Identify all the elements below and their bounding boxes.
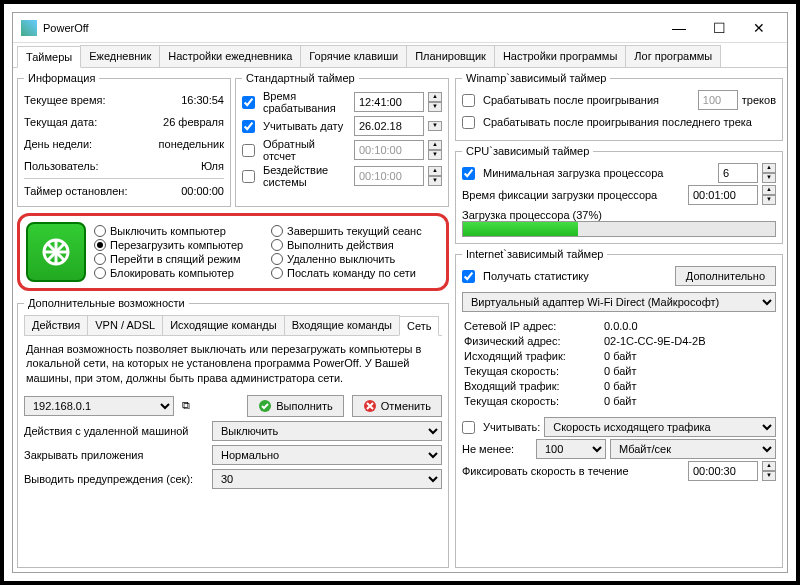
net-ip: 0.0.0.0 <box>604 320 774 332</box>
internet-group: Internet`зависимый таймер Получать стати… <box>455 248 783 568</box>
ip-select[interactable]: 192.168.0.1 <box>24 396 174 416</box>
user-value: Юля <box>201 160 224 172</box>
radio-sleep[interactable]: Перейти в спящий режим <box>94 253 263 265</box>
winamp-group: Winamp`зависимый таймер Срабатывать посл… <box>455 72 783 141</box>
main-tabs: Таймеры Ежедневник Настройки ежедневника… <box>13 43 787 68</box>
cancel-button[interactable]: Отменить <box>352 395 442 417</box>
spin-down[interactable]: ▼ <box>428 102 442 112</box>
maximize-button[interactable]: ☐ <box>699 15 739 41</box>
cpu-group: CPU`зависимый таймер Минимальная загрузк… <box>455 145 783 244</box>
tab-daily-settings[interactable]: Настройки ежедневника <box>159 45 301 67</box>
date-label: Текущая дата: <box>24 116 159 128</box>
copy-icon[interactable]: ⧉ <box>182 399 190 412</box>
close-button[interactable]: ✕ <box>739 15 779 41</box>
action-selection-box: Выключить компьютер Завершить текущий се… <box>17 213 449 291</box>
subtab-vpn[interactable]: VPN / ADSL <box>87 315 163 335</box>
radio-restart[interactable]: Перезагрузить компьютер <box>94 239 263 251</box>
idle-check[interactable] <box>242 170 255 183</box>
execute-button[interactable]: Выполнить <box>247 395 343 417</box>
standard-timer-group: Стандартный таймер Время срабатывания▲▼ … <box>235 72 449 207</box>
tracks-input[interactable] <box>698 90 738 110</box>
consider-check[interactable] <box>462 421 475 434</box>
restart-icon <box>26 222 86 282</box>
trigger-time-input[interactable] <box>354 92 424 112</box>
cpu-load-label: Загрузка процессора (37%) <box>462 209 602 221</box>
cpu-min-check[interactable] <box>462 167 475 180</box>
tab-program-settings[interactable]: Настройки программы <box>494 45 626 67</box>
adapter-select[interactable]: Виртуальный адаптер Wi-Fi Direct (Майкро… <box>462 292 776 312</box>
radio-logoff[interactable]: Завершить текущий сеанс <box>271 225 440 237</box>
winamp-last-check[interactable] <box>462 116 475 129</box>
net-fix-input[interactable] <box>688 461 758 481</box>
tab-scheduler[interactable]: Планировщик <box>406 45 495 67</box>
stopped-value: 00:00:00 <box>181 185 224 197</box>
app-icon <box>21 20 37 36</box>
tab-daily[interactable]: Ежедневник <box>80 45 160 67</box>
winamp-after-check[interactable] <box>462 94 475 107</box>
radio-shutdown[interactable]: Выключить компьютер <box>94 225 263 237</box>
radio-net-command[interactable]: Послать команду по сети <box>271 267 440 279</box>
net-mac: 02-1C-CC-9E-D4-2B <box>604 335 774 347</box>
minimize-button[interactable]: — <box>659 15 699 41</box>
idle-input[interactable] <box>354 166 424 186</box>
consider-select[interactable]: Скорость исходящего трафика <box>544 417 776 437</box>
subtab-network[interactable]: Сеть <box>399 316 439 336</box>
warn-select[interactable]: 30 <box>212 469 442 489</box>
date-value: 26 февраля <box>163 116 224 128</box>
user-label: Пользователь: <box>24 160 197 172</box>
cpu-fix-input[interactable] <box>688 185 758 205</box>
dow-value: понедельник <box>159 138 224 150</box>
network-desc: Данная возможность позволяет выключать и… <box>24 336 442 391</box>
cpu-progress <box>462 221 776 237</box>
extra-group: Дополнительные возможности Действия VPN … <box>17 297 449 568</box>
radio-remote-off[interactable]: Удаленно выключить <box>271 253 440 265</box>
tab-log[interactable]: Лог программы <box>625 45 721 67</box>
net-unit-select[interactable]: Мбайт/сек <box>610 439 776 459</box>
date-input[interactable] <box>354 116 424 136</box>
time-label: Текущее время: <box>24 94 177 106</box>
tab-hotkeys[interactable]: Горячие клавиши <box>300 45 407 67</box>
time-value: 16:30:54 <box>181 94 224 106</box>
close-apps-select[interactable]: Нормально <box>212 445 442 465</box>
tab-timers[interactable]: Таймеры <box>17 46 81 68</box>
subtab-in-cmd[interactable]: Входящие команды <box>284 315 400 335</box>
remote-action-select[interactable]: Выключить <box>212 421 442 441</box>
subtab-out-cmd[interactable]: Исходящие команды <box>162 315 285 335</box>
countdown-input[interactable] <box>354 140 424 160</box>
advanced-button[interactable]: Дополнительно <box>675 266 776 286</box>
cpu-min-input[interactable] <box>718 163 758 183</box>
trigger-check[interactable] <box>242 96 255 109</box>
net-min-select[interactable]: 100 <box>536 439 606 459</box>
radio-lock[interactable]: Блокировать компьютер <box>94 267 263 279</box>
date-check[interactable] <box>242 120 255 133</box>
spin-up[interactable]: ▲ <box>428 92 442 102</box>
window-title: PowerOff <box>43 22 659 34</box>
info-group: Информация Текущее время:16:30:54 Текуща… <box>17 72 231 207</box>
stopped-label: Таймер остановлен: <box>24 185 177 197</box>
subtab-actions[interactable]: Действия <box>24 315 88 335</box>
countdown-check[interactable] <box>242 144 255 157</box>
dow-label: День недели: <box>24 138 155 150</box>
radio-run-actions[interactable]: Выполнить действия <box>271 239 440 251</box>
stats-check[interactable] <box>462 270 475 283</box>
